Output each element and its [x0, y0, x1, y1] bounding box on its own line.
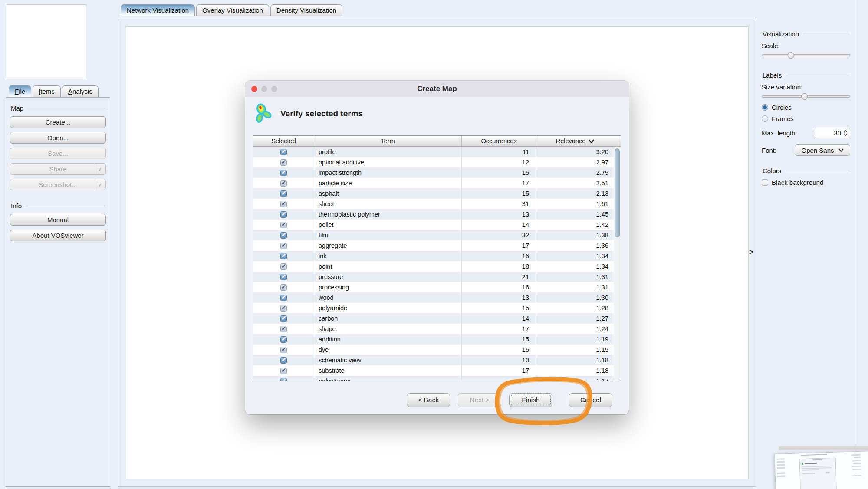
table-scrollbar[interactable]: [614, 147, 621, 381]
table-row[interactable]: addition 15 1.19: [253, 334, 621, 345]
sidebar-tab-items[interactable]: Items: [33, 85, 61, 97]
row-checkbox[interactable]: [280, 201, 287, 207]
circles-radio[interactable]: [762, 104, 768, 111]
row-checkbox[interactable]: [280, 295, 287, 301]
frames-radio-row[interactable]: Frames: [762, 115, 850, 122]
sidebar-tab-file[interactable]: File: [9, 85, 31, 97]
column-header-term[interactable]: Term: [314, 136, 462, 146]
black-background-row[interactable]: Black background: [762, 179, 850, 186]
table-row[interactable]: optional additive 12 2.97: [253, 157, 621, 167]
row-checkbox[interactable]: [280, 159, 287, 166]
table-row[interactable]: film 32 1.38: [253, 230, 621, 240]
table-row[interactable]: carbon 14 1.27: [253, 313, 621, 324]
term-cell: ink: [314, 251, 462, 261]
row-checkbox[interactable]: [280, 232, 287, 239]
row-checkbox[interactable]: [280, 190, 287, 197]
scale-slider-track[interactable]: [762, 54, 850, 56]
row-checkbox[interactable]: [280, 315, 287, 322]
table-row[interactable]: pressure 21 1.31: [253, 272, 621, 282]
tab-density-visualization[interactable]: Density Visualization: [270, 4, 342, 16]
row-checkbox[interactable]: [280, 180, 287, 187]
table-row[interactable]: ink 16 1.34: [253, 251, 621, 261]
tab-network-visualization[interactable]: Network Visualization: [121, 4, 195, 16]
row-checkbox[interactable]: [280, 357, 287, 364]
row-checkbox[interactable]: [280, 263, 287, 270]
row-checkbox[interactable]: [280, 211, 287, 218]
row-checkbox[interactable]: [280, 149, 287, 155]
dialog-titlebar[interactable]: Create Map: [245, 81, 629, 97]
share-dropdown-icon[interactable]: ∨: [94, 164, 105, 174]
table-row[interactable]: dye 15 1.19: [253, 345, 621, 355]
table-row[interactable]: polyamide 15 1.28: [253, 303, 621, 313]
screenshot-dropdown-icon[interactable]: ∨: [94, 179, 105, 190]
column-header-occurrences[interactable]: Occurrences: [462, 136, 536, 146]
next-button[interactable]: Next >: [458, 393, 501, 407]
table-row[interactable]: impact strength 15 2.75: [253, 167, 621, 178]
table-row[interactable]: polystyrene 14 1.17: [253, 376, 621, 381]
row-checkbox[interactable]: [280, 274, 287, 280]
about-vosviewer-button[interactable]: About VOSviewer: [10, 230, 106, 241]
row-checkbox[interactable]: [280, 336, 287, 343]
finish-button[interactable]: Finish: [509, 393, 552, 407]
row-checkbox[interactable]: [280, 284, 287, 291]
table-row[interactable]: pellet 14 1.42: [253, 220, 621, 230]
row-checkbox[interactable]: [280, 326, 287, 332]
cancel-button[interactable]: Cancel: [569, 393, 612, 407]
table-scrollbar-thumb[interactable]: [615, 148, 620, 237]
row-checkbox[interactable]: [280, 253, 287, 259]
table-row[interactable]: processing 16 1.31: [253, 282, 621, 292]
minimize-window-button[interactable]: [261, 86, 267, 92]
black-background-checkbox[interactable]: [762, 179, 768, 186]
table-row[interactable]: wood 13 1.30: [253, 292, 621, 303]
table-row[interactable]: sheet 31 1.61: [253, 199, 621, 209]
circles-radio-label: Circles: [772, 104, 792, 111]
table-row[interactable]: profile 11 3.20: [253, 147, 621, 157]
column-header-relevance[interactable]: Relevance: [536, 136, 614, 146]
row-checkbox[interactable]: [280, 305, 287, 312]
term-cell: sheet: [314, 199, 462, 209]
table-row[interactable]: thermoplastic polymer 13 1.45: [253, 209, 621, 220]
table-row[interactable]: particle size 17 2.51: [253, 178, 621, 188]
row-checkbox[interactable]: [280, 378, 287, 381]
open-button[interactable]: Open...: [10, 132, 106, 144]
close-window-button[interactable]: [251, 86, 257, 92]
term-cell: dye: [314, 345, 462, 355]
table-row[interactable]: substrate 17 1.18: [253, 365, 621, 376]
create-button[interactable]: Create...: [10, 116, 106, 128]
manual-button[interactable]: Manual: [10, 214, 106, 226]
sidebar-tab-analysis[interactable]: Analysis: [62, 85, 99, 97]
file-tab-panel: Map Create... Open... Save... Share ∨ Sc…: [6, 97, 110, 487]
row-checkbox[interactable]: [280, 368, 287, 374]
row-checkbox[interactable]: [280, 222, 287, 228]
row-checkbox[interactable]: [280, 243, 287, 249]
table-row[interactable]: shape 17 1.24: [253, 324, 621, 334]
select-chevron-down-icon: [838, 148, 844, 152]
row-checkbox[interactable]: [280, 347, 287, 353]
spinner-down-icon[interactable]: [844, 133, 848, 136]
scale-slider-thumb[interactable]: [788, 52, 794, 59]
table-row[interactable]: schematic view 10 1.18: [253, 355, 621, 365]
column-header-selected[interactable]: Selected: [253, 136, 314, 146]
circles-radio-row[interactable]: Circles: [762, 104, 850, 111]
screenshot-button[interactable]: Screenshot... ∨: [10, 179, 106, 190]
frames-radio[interactable]: [762, 115, 768, 122]
tab-overlay-visualization[interactable]: Overlay Visualization: [196, 4, 269, 16]
size-variation-slider[interactable]: [762, 93, 850, 100]
spinner-up-icon[interactable]: [844, 130, 848, 133]
back-button[interactable]: < Back: [407, 393, 450, 407]
zoom-window-button[interactable]: [271, 86, 277, 92]
table-row[interactable]: aggregate 17 1.36: [253, 240, 621, 251]
share-button[interactable]: Share ∨: [10, 163, 106, 175]
scale-slider[interactable]: [762, 52, 850, 59]
frames-radio-label: Frames: [772, 115, 794, 122]
save-button[interactable]: Save...: [10, 148, 106, 159]
table-row[interactable]: asphalt 15 2.13: [253, 188, 621, 199]
panel-expander-chevron[interactable]: >: [749, 248, 754, 257]
size-variation-slider-thumb[interactable]: [801, 93, 808, 100]
font-select[interactable]: Open Sans: [795, 144, 850, 156]
max-length-value[interactable]: 30: [817, 129, 844, 137]
table-row[interactable]: point 18 1.34: [253, 261, 621, 272]
row-checkbox[interactable]: [280, 170, 287, 176]
max-length-spinner[interactable]: 30: [815, 128, 850, 138]
max-length-label: Max. length:: [762, 129, 797, 137]
